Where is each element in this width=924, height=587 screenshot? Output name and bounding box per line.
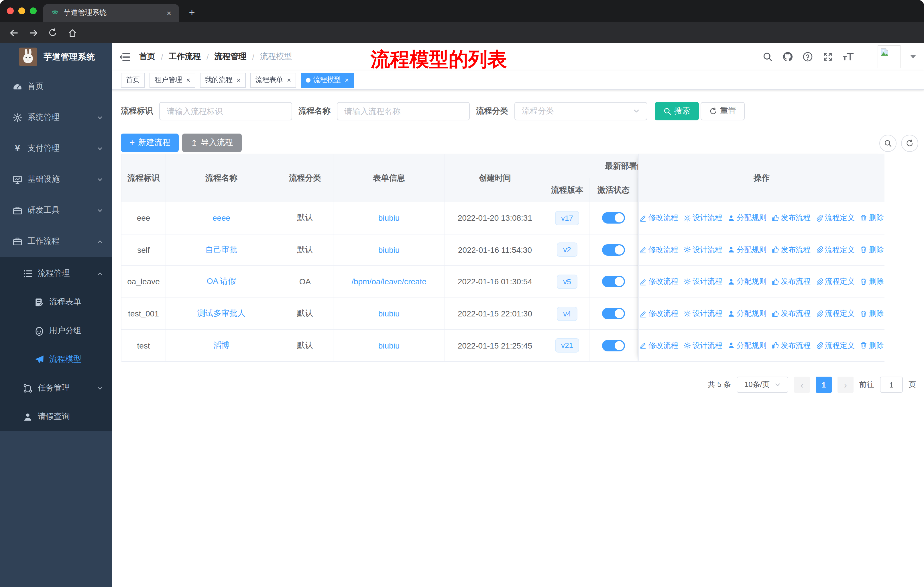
sidebar-item-process-model[interactable]: 流程模型 bbox=[0, 345, 112, 374]
action-modify-process[interactable]: 修改流程 bbox=[639, 276, 678, 287]
page-1-button[interactable]: 1 bbox=[816, 377, 832, 393]
form-info-link[interactable]: biubiu bbox=[378, 245, 400, 255]
active-toggle[interactable] bbox=[602, 244, 625, 256]
process-name-link[interactable]: eeee bbox=[213, 213, 230, 223]
goto-page-input[interactable] bbox=[880, 377, 903, 393]
breadcrumb-process-manage[interactable]: 流程管理 bbox=[214, 51, 247, 62]
search-button[interactable]: 搜索 bbox=[655, 102, 699, 121]
process-name-link[interactable]: OA 请假 bbox=[207, 276, 236, 287]
action-delete[interactable]: 删除 bbox=[860, 245, 884, 255]
close-window-button[interactable] bbox=[7, 7, 14, 14]
action-process-definition[interactable]: 流程定义 bbox=[816, 213, 855, 223]
create-process-button[interactable]: + 新建流程 bbox=[121, 134, 179, 152]
action-delete[interactable]: 删除 bbox=[860, 340, 884, 351]
action-modify-process[interactable]: 修改流程 bbox=[639, 213, 678, 223]
sidebar-item-task-manage[interactable]: 任务管理 bbox=[0, 374, 112, 402]
sidebar-item-leave-query[interactable]: 请假查询 bbox=[0, 402, 112, 431]
form-info-link[interactable]: biubiu bbox=[378, 213, 400, 223]
action-assign-rule[interactable]: 分配规则 bbox=[728, 245, 766, 255]
zoom-window-button[interactable] bbox=[30, 7, 37, 14]
minimize-window-button[interactable] bbox=[18, 7, 25, 14]
new-tab-button[interactable]: + bbox=[185, 5, 200, 20]
form-info-link[interactable]: biubiu bbox=[378, 309, 400, 318]
breadcrumb-home[interactable]: 首页 bbox=[139, 51, 155, 62]
sidebar-item-home[interactable]: 首页 bbox=[0, 71, 112, 102]
process-name-link[interactable]: 自己审批 bbox=[205, 245, 238, 255]
action-publish-process[interactable]: 发布流程 bbox=[772, 213, 810, 223]
sidebar-item-workflow[interactable]: 工作流程 bbox=[0, 226, 112, 257]
prev-page-button[interactable]: ‹ bbox=[794, 377, 810, 393]
process-key-input[interactable] bbox=[159, 102, 292, 121]
action-modify-process[interactable]: 修改流程 bbox=[639, 340, 678, 351]
action-delete[interactable]: 删除 bbox=[860, 213, 884, 223]
breadcrumb-workflow[interactable]: 工作流程 bbox=[169, 51, 201, 62]
action-process-definition[interactable]: 流程定义 bbox=[816, 308, 855, 319]
action-process-definition[interactable]: 流程定义 bbox=[816, 276, 855, 287]
action-delete[interactable]: 删除 bbox=[860, 308, 884, 319]
active-toggle[interactable] bbox=[602, 308, 625, 319]
action-design-process[interactable]: 设计流程 bbox=[683, 276, 723, 287]
action-publish-process[interactable]: 发布流程 bbox=[772, 276, 810, 287]
tag-process-form[interactable]: 流程表单 × bbox=[250, 73, 296, 88]
action-modify-process[interactable]: 修改流程 bbox=[639, 245, 678, 255]
process-category-select[interactable]: 流程分类 bbox=[515, 102, 647, 121]
tag-close-icon[interactable]: × bbox=[287, 76, 291, 84]
tag-home[interactable]: 首页 bbox=[121, 73, 145, 88]
active-toggle[interactable] bbox=[602, 340, 625, 351]
avatar[interactable] bbox=[878, 45, 901, 68]
tag-process-model[interactable]: 流程模型 × bbox=[301, 73, 354, 88]
hamburger-icon[interactable] bbox=[119, 52, 130, 62]
action-design-process[interactable]: 设计流程 bbox=[683, 340, 723, 351]
action-assign-rule[interactable]: 分配规则 bbox=[728, 340, 766, 351]
tag-my-process[interactable]: 我的流程 × bbox=[200, 73, 246, 88]
next-page-button[interactable]: › bbox=[838, 377, 853, 393]
tab-close-icon[interactable]: × bbox=[164, 8, 173, 18]
action-design-process[interactable]: 设计流程 bbox=[683, 213, 723, 223]
action-modify-process[interactable]: 修改流程 bbox=[639, 308, 678, 319]
reload-button[interactable] bbox=[46, 26, 59, 40]
action-publish-process[interactable]: 发布流程 bbox=[772, 308, 810, 319]
fullscreen-icon[interactable] bbox=[823, 51, 833, 62]
action-design-process[interactable]: 设计流程 bbox=[683, 308, 723, 319]
sidebar-item-user-group[interactable]: 用户分组 bbox=[0, 316, 112, 345]
action-publish-process[interactable]: 发布流程 bbox=[772, 340, 810, 351]
process-name-link[interactable]: 测试多审批人 bbox=[197, 308, 246, 319]
tag-tenant-manage[interactable]: 租户管理 × bbox=[150, 73, 195, 88]
action-assign-rule[interactable]: 分配规则 bbox=[728, 213, 766, 223]
sidebar-item-payment[interactable]: ¥ 支付管理 bbox=[0, 133, 112, 164]
form-info-link[interactable]: /bpm/oa/leave/create bbox=[351, 277, 426, 286]
tag-close-icon[interactable]: × bbox=[345, 76, 349, 84]
active-toggle[interactable] bbox=[602, 212, 625, 224]
refresh-table-button[interactable] bbox=[901, 135, 918, 152]
forward-button[interactable] bbox=[26, 26, 40, 40]
import-process-button[interactable]: ↥ 导入流程 bbox=[182, 134, 241, 152]
action-delete[interactable]: 删除 bbox=[860, 276, 884, 287]
github-icon[interactable] bbox=[782, 51, 793, 62]
reset-button[interactable]: 重置 bbox=[701, 102, 745, 121]
action-assign-rule[interactable]: 分配规则 bbox=[728, 308, 766, 319]
action-assign-rule[interactable]: 分配规则 bbox=[728, 276, 766, 287]
tag-close-icon[interactable]: × bbox=[237, 76, 241, 84]
action-publish-process[interactable]: 发布流程 bbox=[772, 245, 810, 255]
back-button[interactable] bbox=[7, 26, 21, 40]
help-icon[interactable] bbox=[803, 51, 813, 62]
browser-tab[interactable]: 芋道管理系统 × bbox=[43, 4, 179, 22]
action-design-process[interactable]: 设计流程 bbox=[683, 245, 723, 255]
active-toggle[interactable] bbox=[602, 276, 625, 288]
page-size-select[interactable]: 10条/页 bbox=[737, 377, 788, 393]
action-process-definition[interactable]: 流程定义 bbox=[816, 245, 855, 255]
sidebar-item-devtools[interactable]: 研发工具 bbox=[0, 195, 112, 226]
font-size-icon[interactable] bbox=[843, 51, 854, 62]
avatar-caret-icon[interactable] bbox=[910, 55, 916, 58]
action-process-definition[interactable]: 流程定义 bbox=[816, 340, 855, 351]
tag-close-icon[interactable]: × bbox=[186, 76, 190, 84]
sidebar-item-infra[interactable]: 基础设施 bbox=[0, 164, 112, 195]
process-name-input[interactable] bbox=[337, 102, 470, 121]
sidebar-item-process-form[interactable]: 流程表单 bbox=[0, 288, 112, 316]
sidebar-item-system[interactable]: 系统管理 bbox=[0, 102, 112, 133]
search-icon[interactable] bbox=[762, 51, 773, 62]
toggle-search-button[interactable] bbox=[879, 135, 896, 152]
sidebar-item-process-manage[interactable]: 流程管理 bbox=[0, 259, 112, 288]
process-name-link[interactable]: 滔博 bbox=[213, 340, 229, 351]
home-button[interactable] bbox=[65, 26, 79, 40]
